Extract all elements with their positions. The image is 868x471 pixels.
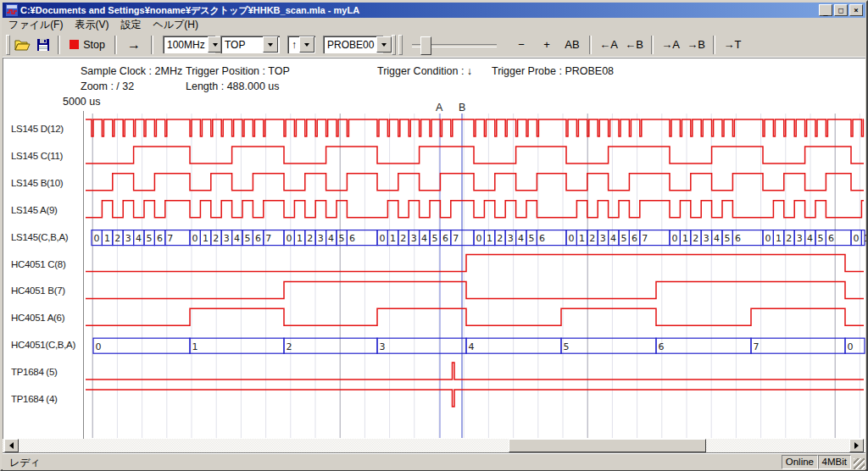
wave-row-hc4051-b-7 — [86, 281, 864, 298]
sample-clock-info: Sample Clock : 2MHz — [81, 65, 182, 77]
bus-value: 5 — [725, 233, 731, 244]
bus-cell — [93, 338, 190, 353]
probe-value: PROBE00 — [323, 39, 376, 51]
toolbar-separator — [114, 36, 117, 54]
close-button[interactable]: × — [849, 4, 863, 16]
window-title: C:¥Documents and Settings¥noname¥デスクトップ¥… — [20, 4, 819, 17]
triangle-right-icon — [854, 442, 862, 449]
zoom-in-button[interactable]: + — [534, 35, 559, 55]
bus-value: 7 — [167, 233, 173, 244]
chevron-down-icon[interactable] — [376, 36, 392, 53]
bus-value: 2 — [693, 233, 698, 244]
channel-label-ls145-a-9: LS145 A(9) — [11, 205, 84, 215]
set-cursor-b-button[interactable]: →B — [683, 35, 709, 55]
bus-value: 3 — [508, 233, 514, 244]
wave-row-hc4051-c-b-a: 012345670 — [93, 338, 865, 353]
toolbar-grip[interactable] — [398, 35, 403, 55]
save-file-button[interactable] — [33, 35, 53, 55]
set-cursor-a-button[interactable]: →A — [658, 35, 683, 55]
toolbar-separator — [651, 36, 654, 54]
bus-value: 0 — [192, 233, 198, 244]
bus-cell — [190, 338, 284, 353]
goto-trigger-button[interactable]: →T — [720, 35, 745, 55]
menu-item-2[interactable]: 設定 — [114, 17, 147, 33]
wave-trace-ls145-c-11 — [86, 147, 864, 163]
trigger-edge-value: ↑ — [287, 39, 299, 51]
clock-value: 100MHz — [163, 39, 208, 51]
wave-trace-hc4051-c-8 — [86, 255, 864, 272]
bus-value: 7 — [642, 233, 648, 244]
wave-row-ls145-a-9 — [86, 201, 864, 218]
scroll-left-button[interactable] — [4, 439, 19, 452]
titlebar[interactable]: C:¥Documents and Settings¥noname¥デスクトップ¥… — [3, 3, 865, 18]
maximize-button[interactable]: □ — [834, 4, 848, 16]
scrollbar-thumb[interactable] — [509, 439, 706, 452]
toolbar-separator — [151, 36, 153, 54]
chevron-down-icon[interactable] — [299, 36, 314, 53]
channel-label-ls145-d-12: LS145 D(12) — [11, 124, 84, 134]
bus-value: 0 — [672, 233, 678, 244]
trigger-position-select[interactable]: TOP — [220, 36, 280, 53]
minimize-button[interactable]: _ — [819, 4, 832, 16]
scroll-right-button[interactable] — [849, 439, 864, 452]
toolbar-separator — [589, 36, 592, 54]
clock-select[interactable]: 100MHz — [163, 36, 215, 53]
trigger-edge-select[interactable]: ↑ — [287, 36, 315, 53]
bus-value: 3 — [411, 233, 417, 244]
wave-trace-ls145-d-12 — [86, 119, 864, 136]
stop-button[interactable]: Stop — [64, 35, 110, 55]
wave-trace-ls145-a-9 — [86, 201, 864, 218]
bus-cell — [751, 338, 845, 353]
probe-select[interactable]: PROBE00 — [323, 36, 383, 53]
trigger-position-value: TOP — [220, 39, 263, 51]
toolbar-grip[interactable] — [392, 35, 396, 55]
zoom-slider[interactable] — [412, 35, 497, 55]
bus-value: 1 — [487, 233, 492, 244]
resize-grip[interactable] — [854, 458, 865, 469]
bus-value: 3 — [380, 341, 386, 352]
bus-value: 5 — [245, 233, 251, 244]
zoom-out-button[interactable]: − — [509, 35, 534, 55]
bus-value: 6 — [632, 233, 637, 244]
channel-label-tp1684-5: TP1684 (5) — [11, 367, 84, 377]
timescale-label: 5000 us — [63, 96, 100, 108]
toolbar-grip[interactable] — [6, 35, 10, 55]
chevron-down-icon[interactable] — [263, 36, 278, 53]
bus-value: 2 — [786, 233, 792, 244]
stop-label: Stop — [83, 39, 105, 51]
bus-value: 2 — [307, 233, 313, 244]
trigger-probe-info: Trigger Probe : PROBE08 — [492, 65, 614, 77]
channel-label-hc4051-c-8: HC4051 C(8) — [11, 259, 84, 269]
open-folder-icon — [14, 38, 31, 52]
bus-value: 5 — [339, 233, 345, 244]
window-controls: _ □ × — [819, 4, 863, 16]
bus-value: 1 — [390, 233, 396, 244]
goto-cursor-a-button[interactable]: ←A — [596, 35, 621, 55]
zoom-ab-button[interactable]: AB — [559, 35, 585, 55]
triangle-left-icon — [6, 442, 14, 449]
run-button[interactable]: → — [121, 35, 147, 55]
goto-cursor-b-button[interactable]: ←B — [621, 35, 647, 55]
menu-item-0[interactable]: ファイル(F) — [3, 17, 69, 33]
waveform-client: Sample Clock : 2MHz Trigger Position : T… — [3, 58, 865, 440]
bus-value: 7 — [265, 233, 271, 244]
menu-item-1[interactable]: 表示(V) — [69, 17, 114, 33]
bus-value: 2 — [114, 233, 120, 244]
bus-value: 1 — [297, 233, 303, 244]
bus-value: 5 — [432, 233, 438, 244]
app-icon — [6, 4, 18, 16]
bus-value: 6 — [157, 233, 163, 244]
stop-icon — [70, 40, 79, 49]
bus-value: 5 — [147, 233, 153, 244]
open-file-button[interactable] — [13, 35, 33, 55]
bus-value: 3 — [704, 233, 709, 244]
horizontal-scrollbar[interactable] — [3, 439, 865, 452]
bus-value: 4 — [469, 341, 475, 352]
zoom-slider-thumb[interactable] — [420, 36, 431, 55]
wave-row-ls145-b-10 — [86, 174, 864, 191]
bus-value: 0 — [569, 233, 575, 244]
toolbar: Stop → 100MHz TOP ↑ PROBE00 − + AB — [3, 32, 865, 58]
menu-item-3[interactable]: ヘルプ(H) — [147, 17, 204, 33]
waveform-canvas: 0123456701234567012345601234567012345601… — [83, 108, 866, 439]
bus-value: 3 — [600, 233, 606, 244]
